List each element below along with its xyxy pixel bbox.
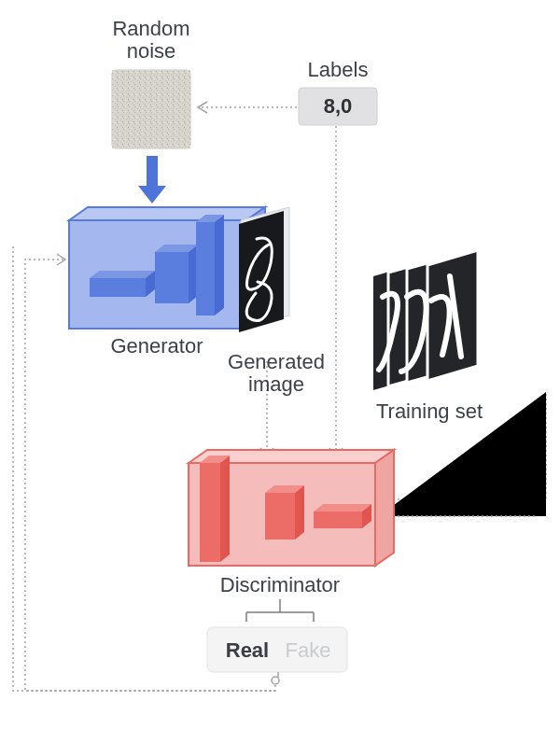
svg-rect-9 (155, 252, 189, 303)
random-noise-label2: noise (127, 39, 176, 63)
svg-rect-13 (265, 493, 295, 540)
fake-label: Fake (286, 638, 331, 662)
feedback-junction (272, 677, 279, 684)
svg-rect-8 (90, 278, 146, 297)
training-set (373, 250, 478, 390)
discriminator-label: Discriminator (220, 573, 340, 596)
generator-box (69, 207, 265, 329)
cgan-architecture-diagram: Random noise Labels 8,0 (0, 0, 560, 729)
generator-label: Generator (110, 334, 203, 357)
discriminator-box (189, 450, 394, 566)
labels-value: 8,0 (324, 94, 353, 118)
svg-rect-14 (314, 512, 362, 528)
training-set-label: Training set (376, 400, 483, 423)
labels-title: Labels (308, 58, 369, 81)
generated-image (239, 207, 289, 332)
svg-rect-0 (112, 70, 190, 148)
bracket-icon (246, 599, 314, 622)
noise-speckle (112, 70, 190, 148)
generated-image-label1: Generated (228, 350, 325, 373)
generated-image-label2: image (248, 372, 304, 396)
random-noise-label: Random (112, 17, 189, 40)
arrow-noise-to-generator (138, 156, 166, 203)
svg-rect-6 (147, 156, 158, 188)
svg-rect-10 (196, 222, 215, 315)
real-label: Real (226, 638, 269, 662)
svg-rect-12 (200, 463, 220, 562)
